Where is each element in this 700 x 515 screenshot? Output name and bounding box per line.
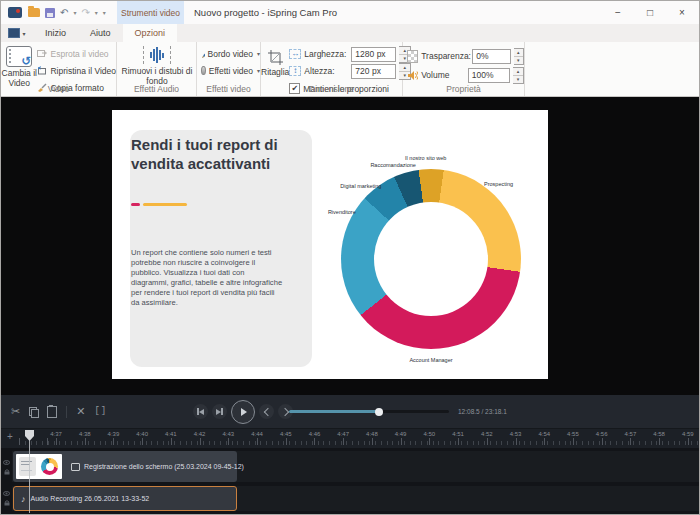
ruler-time-label: 4:52 — [481, 431, 493, 437]
trim-button[interactable]: [] — [94, 406, 107, 417]
chevron-down-icon[interactable]: ▾ — [95, 9, 98, 16]
play-icon — [241, 408, 247, 416]
eye-icon[interactable] — [3, 491, 10, 496]
chart-slice-label: Digital marketing — [340, 183, 381, 189]
timeline-tracks: Registrazione dello schermo (25.03.2024 … — [1, 448, 699, 514]
ribbon-group-dimension: Ritaglia ↔ Larghezza: 1280 px ▴▾ ↕ Altez… — [261, 42, 403, 96]
ribbon-group-video-effects: Bordo video ▾ Effetti video ▾ Effetti vi… — [197, 42, 261, 96]
slide-preview[interactable]: Rendi i tuoi report di vendita accattiva… — [112, 110, 548, 379]
app-icon[interactable] — [8, 7, 22, 18]
group-label-dimension: Dimensione — [261, 84, 402, 94]
video-clip-label: Registrazione dello schermo (25.03.2024 … — [84, 463, 244, 470]
ruler-time-label: 4:38 — [79, 431, 91, 437]
undo-icon[interactable]: ↶ — [60, 8, 68, 18]
toolbar-divider — [66, 406, 67, 418]
restore-video-button[interactable]: Ripristina il Video — [37, 64, 116, 77]
title-bar: ↶ ▾ ↷ ▾ ▾ Strumenti video Nuovo progetto… — [1, 1, 699, 24]
waveform-icon — [143, 46, 171, 64]
ruler-time-label: 4:51 — [452, 431, 464, 437]
open-icon[interactable] — [28, 8, 40, 17]
restore-icon — [37, 66, 47, 75]
remove-noise-button[interactable]: Rimuovi i distubi di fondo — [117, 42, 197, 87]
save-icon[interactable] — [45, 8, 55, 18]
group-label-properties: Proprietà — [403, 84, 524, 94]
ribbon-group-properties: Trasparenza: 0% ▴▾ Volume 100% ▴▾ Propri… — [403, 42, 525, 96]
ruler-time-label: 4:42 — [194, 431, 206, 437]
thumbnail-donut — [41, 458, 58, 475]
crop-label: Ritaglia — [261, 68, 289, 78]
volume-label: Volume — [421, 70, 465, 80]
progress-slider[interactable] — [289, 410, 449, 413]
eye-icon[interactable] — [3, 460, 10, 465]
ruler-time-label: 4:45 — [280, 431, 292, 437]
ruler-time-label: 4:56 — [596, 431, 608, 437]
maximize-button[interactable]: □ — [634, 1, 666, 24]
prev-frame-button[interactable] — [193, 404, 208, 419]
width-field[interactable]: 1280 px — [351, 47, 396, 62]
tab-aiuto[interactable]: Aiuto — [78, 24, 123, 42]
delete-button[interactable]: ✕ — [76, 406, 85, 417]
skip-back-icon — [199, 409, 204, 415]
chevron-down-icon[interactable]: ▾ — [73, 9, 76, 16]
window-title: Nuovo progetto - iSpring Cam Pro — [194, 1, 337, 24]
volume-stepper[interactable]: ▴▾ — [513, 67, 524, 84]
restore-video-label: Ripristina il Video — [50, 66, 116, 76]
export-video-button[interactable]: Esprota il video — [37, 47, 116, 60]
slide-title: Rendi i tuoi report di vendita accattiva… — [131, 136, 291, 174]
cut-button[interactable]: ✂ — [11, 406, 20, 417]
tab-opzioni[interactable]: Opzioni — [123, 24, 178, 42]
chevron-down-icon: ▾ — [22, 30, 25, 37]
transparency-field[interactable]: 0% — [472, 49, 511, 64]
ruler-time-label: 4:53 — [510, 431, 522, 437]
file-menu-button[interactable]: ▾ — [1, 24, 33, 42]
minimize-button[interactable]: − — [602, 1, 634, 24]
chart-slice-label: Prospecting — [484, 181, 513, 187]
ruler-time-label: 4:54 — [538, 431, 550, 437]
donut-chart-hole — [374, 202, 488, 316]
transparency-label: Trasparenza: — [421, 51, 469, 61]
ruler-time-label: 4:49 — [395, 431, 407, 437]
redo-icon[interactable]: ↷ — [81, 8, 89, 18]
height-field[interactable]: 720 px — [351, 64, 396, 79]
quick-access-toolbar: ↶ ▾ ↷ ▾ ▾ — [28, 8, 106, 18]
ruler-time-label: 4:59 — [682, 431, 694, 437]
ruler-time-label: 4:47 — [337, 431, 349, 437]
chart-slice-label: Account Manager — [409, 357, 452, 363]
clip-thumbnail — [16, 454, 62, 479]
contextual-tab-group[interactable]: Strumenti video — [117, 1, 184, 24]
close-button[interactable]: × — [666, 1, 698, 24]
next-frame-button[interactable] — [212, 404, 227, 419]
video-border-button[interactable]: Bordo video ▾ — [201, 47, 260, 60]
copy-button[interactable] — [29, 407, 38, 417]
play-button[interactable] — [231, 400, 255, 424]
video-effects-label: Effetti video — [209, 66, 253, 76]
ribbon-group-video: Cambia il Video Esprota il video Riprist… — [1, 42, 117, 96]
step-back-button[interactable] — [259, 404, 274, 419]
timeline-ruler[interactable]: + 4:374:384:394:404:414:424:434:444:454:… — [1, 428, 699, 449]
chevron-right-icon — [280, 407, 288, 415]
window-controls: − □ × — [602, 1, 698, 24]
volume-field[interactable]: 100% — [468, 68, 510, 83]
chevron-down-icon: ▾ — [257, 67, 260, 74]
pen-icon — [201, 49, 205, 59]
paste-button[interactable] — [47, 406, 57, 418]
progress-thumb[interactable] — [375, 408, 383, 416]
ruler-time-label: 4:43 — [222, 431, 234, 437]
video-canvas[interactable]: Rendi i tuoi report di vendita accattiva… — [1, 97, 699, 395]
lock-icon[interactable] — [4, 500, 10, 506]
export-video-label: Esprota il video — [50, 49, 108, 59]
video-clip[interactable]: Registrazione dello schermo (25.03.2024 … — [13, 451, 237, 482]
transparency-stepper[interactable]: ▴▾ — [514, 48, 524, 65]
speaker-icon — [407, 70, 418, 81]
ruler-time-label: 4:39 — [108, 431, 120, 437]
width-icon: ↔ — [289, 49, 301, 59]
audio-clip[interactable]: ♪ Audio Recording 26.05.2021 13-33-52 — [13, 486, 237, 511]
video-border-label: Bordo video — [208, 49, 253, 59]
lock-icon[interactable] — [4, 469, 10, 475]
chart-slice-label: Il nostro sito web — [405, 155, 446, 161]
qat-more-icon[interactable]: ▾ — [103, 9, 106, 16]
ruler-time-label: 4:55 — [567, 431, 579, 437]
video-effects-button[interactable]: Effetti video ▾ — [201, 64, 260, 77]
screen-recording-icon — [71, 463, 80, 471]
tab-inizio[interactable]: Inizio — [33, 24, 78, 42]
